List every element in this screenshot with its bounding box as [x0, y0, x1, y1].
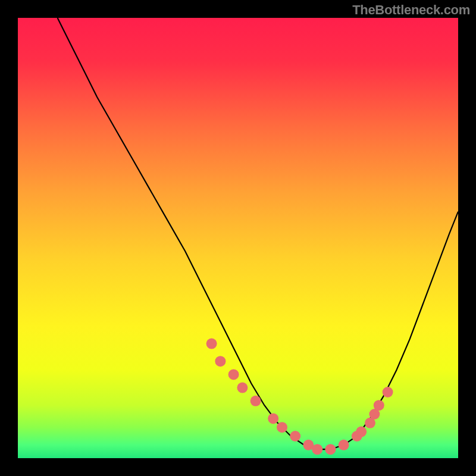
chart-stage: { "watermark": "TheBottleneck.com", "plo… — [0, 0, 476, 476]
data-marker — [228, 369, 239, 380]
data-marker — [312, 444, 322, 455]
data-marker — [237, 383, 248, 393]
data-marker — [206, 339, 217, 349]
data-marker — [277, 422, 287, 433]
data-marker — [268, 413, 278, 424]
data-marker — [339, 440, 349, 450]
chart-svg — [0, 0, 476, 476]
watermark-text: TheBottleneck.com — [352, 2, 470, 18]
data-marker — [356, 427, 367, 437]
data-marker — [374, 400, 384, 411]
data-marker — [290, 431, 300, 441]
data-marker — [250, 396, 261, 406]
data-marker — [383, 387, 393, 397]
data-marker — [215, 356, 226, 367]
data-marker — [325, 444, 336, 455]
